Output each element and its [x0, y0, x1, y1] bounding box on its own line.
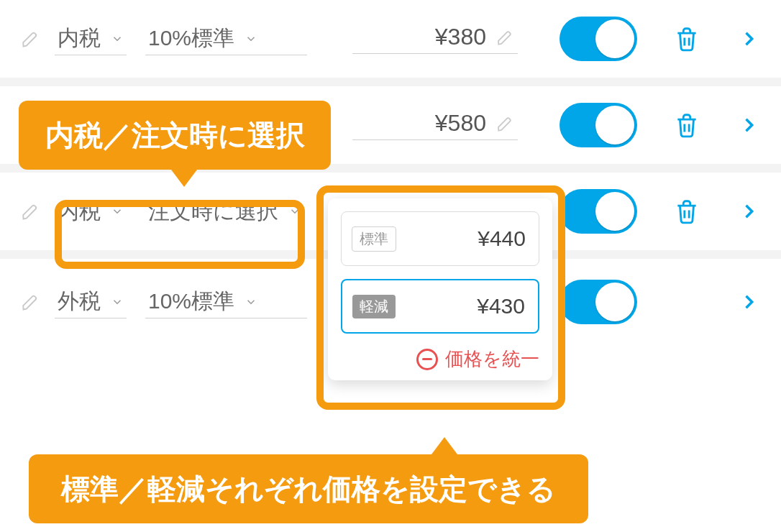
tax-type-select[interactable]: 内税 [55, 22, 127, 55]
chevron-down-icon [111, 32, 124, 45]
visibility-toggle[interactable] [560, 280, 637, 324]
callout-bottom-label: 標準／軽減それぞれ価格を設定できる [61, 469, 556, 509]
tax-rate-select[interactable]: 10%標準 [145, 22, 307, 55]
tax-rate-value: 10%標準 [148, 287, 234, 316]
price-value: ¥580 [435, 110, 486, 137]
expand-button[interactable] [736, 201, 761, 221]
minus-circle-icon [416, 349, 438, 370]
expand-button[interactable] [736, 115, 761, 135]
chevron-down-icon [245, 32, 257, 45]
delete-button[interactable] [670, 111, 703, 139]
unify-price-button[interactable]: 価格を統一 [341, 347, 539, 372]
tax-rate-value: 10%標準 [148, 24, 234, 53]
price-field[interactable]: ¥380 [352, 24, 518, 54]
callout-top-label: 内税／注文時に選択 [45, 116, 305, 155]
callout-bottom: 標準／軽減それぞれ価格を設定できる [29, 454, 588, 523]
reduced-price: ¥430 [477, 294, 525, 318]
edit-icon[interactable] [20, 29, 42, 49]
expand-button[interactable] [736, 29, 761, 49]
visibility-toggle[interactable] [560, 103, 637, 147]
expand-button[interactable] [736, 292, 761, 312]
tax-type-select[interactable]: 内税 [55, 195, 127, 228]
tax-rate-select[interactable]: 10%標準 [145, 285, 307, 318]
chevron-down-icon [288, 205, 301, 218]
chevron-down-icon [111, 205, 124, 218]
unify-label: 価格を統一 [445, 347, 539, 372]
edit-icon [496, 28, 515, 47]
price-popup: 標準 ¥440 軽減 ¥430 価格を統一 [328, 198, 552, 380]
edit-icon [496, 114, 515, 133]
price-field[interactable]: ¥580 [352, 110, 518, 140]
tax-rate-value: 注文時に選択 [148, 197, 278, 226]
tax-type-select[interactable]: 外税 [55, 285, 127, 318]
edit-icon[interactable] [20, 201, 42, 221]
reduced-price-box[interactable]: 軽減 ¥430 [341, 279, 539, 334]
edit-icon[interactable] [20, 292, 42, 312]
chevron-down-icon [245, 295, 257, 308]
standard-price-box[interactable]: 標準 ¥440 [341, 211, 539, 266]
standard-price: ¥440 [478, 226, 526, 251]
delete-button[interactable] [670, 198, 703, 225]
standard-tag: 標準 [352, 226, 396, 252]
visibility-toggle[interactable] [560, 189, 637, 234]
price-value: ¥380 [435, 24, 486, 50]
chevron-down-icon [111, 295, 124, 308]
reduced-tag: 軽減 [352, 295, 396, 318]
visibility-toggle[interactable] [560, 17, 637, 61]
delete-button[interactable] [670, 25, 703, 52]
item-row: 内税 10%標準 ¥380 [0, 0, 781, 86]
tax-rate-select[interactable]: 注文時に選択 [145, 195, 304, 228]
tax-type-value: 内税 [58, 197, 101, 226]
tax-type-value: 外税 [58, 287, 101, 316]
tax-type-value: 内税 [58, 24, 101, 53]
callout-top: 内税／注文時に選択 [19, 101, 331, 170]
